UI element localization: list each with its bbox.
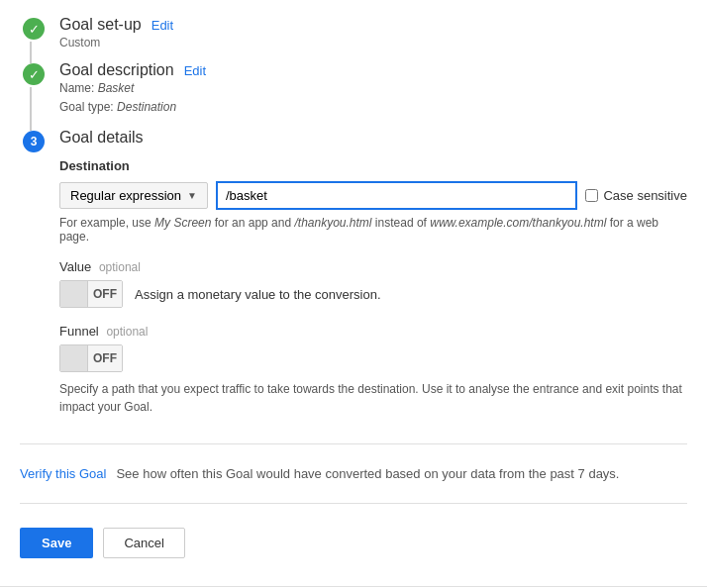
step1-row: ✓ Goal set-up Edit Custom — [20, 16, 687, 49]
step2-check-icon: ✓ — [23, 63, 45, 85]
step1-header: Goal set-up Edit — [59, 16, 687, 34]
case-sensitive-checkbox[interactable] — [585, 189, 598, 202]
funnel-toggle-off-label: OFF — [88, 344, 122, 372]
step3-title: Goal details — [59, 129, 144, 147]
save-button[interactable]: Save — [20, 528, 93, 558]
destination-input[interactable] — [216, 181, 578, 210]
step2-name-value: Basket — [98, 81, 135, 95]
value-toggle[interactable]: OFF — [59, 280, 123, 308]
step2-content: Goal description Edit Name: Basket Goal … — [48, 61, 687, 117]
case-sensitive-label[interactable]: Case sensitive — [585, 188, 687, 203]
verify-desc: See how often this Goal would have conve… — [116, 466, 619, 481]
step2-edit-link[interactable]: Edit — [184, 63, 206, 78]
step3-header: Goal details — [59, 129, 687, 147]
funnel-toggle-left — [60, 344, 88, 372]
value-toggle-left — [60, 280, 88, 308]
step1-edit-link[interactable]: Edit — [152, 18, 173, 33]
goal-details-content: Destination Regular expression ▼ Case se… — [59, 158, 687, 416]
step1-subtitle: Custom — [59, 36, 687, 49]
step2-title: Goal description — [59, 61, 174, 79]
funnel-desc: Specify a path that you expect traffic t… — [59, 380, 687, 416]
step3-number-icon: 3 — [23, 131, 45, 152]
destination-row: Regular expression ▼ Case sensitive — [59, 181, 687, 210]
step3-content: Goal details Destination Regular express… — [48, 129, 687, 432]
destination-hint: For example, use My Screen for an app an… — [59, 216, 687, 244]
step1-content: Goal set-up Edit Custom — [48, 16, 687, 49]
dropdown-arrow-icon: ▼ — [187, 190, 197, 201]
step1-check-icon: ✓ — [23, 18, 45, 40]
step1-indicator: ✓ — [20, 18, 48, 40]
value-toggle-off-label: OFF — [88, 280, 122, 308]
value-toggle-desc: Assign a monetary value to the conversio… — [135, 287, 381, 302]
step1-title: Goal set-up — [59, 16, 142, 34]
step2-type-label: Goal type: — [59, 100, 114, 114]
value-label: Value optional — [59, 259, 687, 274]
step2-row: ✓ Goal description Edit Name: Basket Goa… — [20, 61, 687, 117]
step3-indicator: 3 — [20, 131, 48, 152]
funnel-toggle-container: OFF — [59, 344, 687, 372]
verify-divider — [20, 443, 687, 444]
step1-line — [30, 42, 32, 63]
funnel-label: Funnel optional — [59, 324, 687, 339]
case-sensitive-text: Case sensitive — [603, 188, 687, 203]
main-container: ✓ Goal set-up Edit Custom ✓ Goal descrip… — [0, 0, 707, 586]
step2-line — [30, 87, 32, 131]
step2-header: Goal description Edit — [59, 61, 687, 79]
cancel-inline-button[interactable]: Cancel — [103, 528, 184, 558]
action-divider — [20, 503, 687, 504]
step2-name-label: Name: — [59, 81, 94, 95]
funnel-section: Funnel optional OFF Specify a path that … — [59, 324, 687, 416]
expression-type-label: Regular expression — [70, 188, 181, 203]
step2-meta: Name: Basket Goal type: Destination — [59, 79, 687, 117]
verify-goal-link[interactable]: Verify this Goal — [20, 466, 106, 481]
action-row: Save Cancel — [20, 516, 687, 570]
value-section: Value optional OFF Assign a monetary val… — [59, 259, 687, 308]
destination-section-label: Destination — [59, 158, 687, 173]
funnel-toggle[interactable]: OFF — [59, 344, 123, 372]
expression-type-dropdown[interactable]: Regular expression ▼ — [59, 182, 208, 209]
value-toggle-container: OFF Assign a monetary value to the conve… — [59, 280, 687, 308]
verify-row: Verify this Goal See how often this Goal… — [20, 456, 687, 491]
step2-type-value: Destination — [117, 100, 176, 114]
step2-indicator: ✓ — [20, 63, 48, 85]
step3-row: 3 Goal details Destination Regular expre… — [20, 129, 687, 432]
